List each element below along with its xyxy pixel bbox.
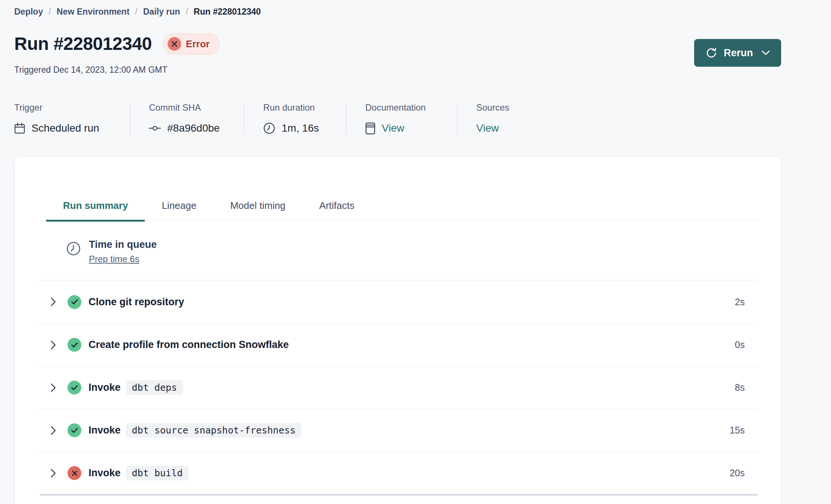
success-check-icon bbox=[68, 423, 81, 437]
meta-trigger: Trigger Scheduled run bbox=[14, 102, 130, 136]
step-name: Invoke bbox=[88, 382, 121, 393]
breadcrumb-separator: / bbox=[186, 6, 188, 17]
success-check-icon bbox=[68, 381, 81, 394]
documentation-view-link[interactable]: View bbox=[382, 121, 404, 136]
chevron-right-icon[interactable] bbox=[50, 297, 56, 307]
step-duration: 15s bbox=[730, 425, 745, 436]
breadcrumb: Deploy / New Environment / Daily run / R… bbox=[14, 6, 781, 17]
breadcrumb-separator: / bbox=[49, 6, 51, 17]
step-row-dbt-build[interactable]: Invoke dbt build 20s bbox=[40, 452, 758, 494]
step-row-source-freshness[interactable]: Invoke dbt source snapshot-freshness 15s bbox=[40, 409, 758, 452]
meta-documentation: Documentation View bbox=[346, 102, 457, 136]
step-duration: 8s bbox=[735, 382, 745, 393]
docs-icon bbox=[365, 122, 375, 135]
run-duration-value: 1m, 16s bbox=[282, 121, 319, 136]
meta-commit-sha: Commit SHA #8a96d0be bbox=[130, 102, 244, 136]
step-duration: 2s bbox=[735, 297, 745, 308]
title-row: Run #228012340 Error bbox=[14, 32, 781, 56]
tab-model-timing[interactable]: Model timing bbox=[213, 190, 302, 220]
run-detail-page: Deploy / New Environment / Daily run / R… bbox=[0, 0, 831, 504]
calendar-icon bbox=[14, 123, 25, 134]
step-name: Create profile from connection Snowflake bbox=[88, 339, 289, 351]
meta-label: Documentation bbox=[365, 102, 450, 113]
step-list: Clone git repository 2s Create profile f… bbox=[40, 280, 758, 496]
bottom-divider bbox=[40, 494, 758, 496]
error-x-icon bbox=[68, 466, 81, 480]
command-chip: dbt build bbox=[126, 466, 189, 480]
success-check-icon bbox=[68, 338, 81, 352]
step-duration: 20s bbox=[730, 468, 745, 478]
tab-artifacts[interactable]: Artifacts bbox=[302, 190, 371, 220]
breadcrumb-job[interactable]: Daily run bbox=[143, 6, 180, 17]
step-name: Invoke bbox=[88, 467, 121, 479]
meta-label: Commit SHA bbox=[149, 102, 237, 113]
chevron-right-icon[interactable] bbox=[50, 383, 56, 393]
run-summary-card: Run summary Lineage Model timing Artifac… bbox=[14, 156, 781, 504]
chevron-right-icon[interactable] bbox=[50, 340, 56, 350]
breadcrumb-separator: / bbox=[135, 6, 137, 17]
status-badge: Error bbox=[163, 33, 220, 55]
meta-sources: Sources View bbox=[457, 102, 517, 136]
chevron-right-icon[interactable] bbox=[50, 426, 56, 435]
meta-label: Sources bbox=[476, 102, 509, 113]
success-check-icon bbox=[68, 295, 81, 309]
commit-icon bbox=[149, 125, 161, 132]
meta-label: Trigger bbox=[14, 102, 122, 113]
triggered-timestamp: Triggered Dec 14, 2023, 12:00 AM GMT bbox=[14, 64, 781, 75]
step-name: Clone git repository bbox=[88, 296, 184, 308]
tab-lineage[interactable]: Lineage bbox=[145, 190, 213, 220]
tab-bar: Run summary Lineage Model timing Artifac… bbox=[40, 190, 758, 221]
error-x-icon bbox=[168, 37, 181, 51]
breadcrumb-environment[interactable]: New Environment bbox=[57, 6, 129, 17]
step-name: Invoke bbox=[88, 424, 121, 436]
status-badge-label: Error bbox=[186, 38, 210, 50]
page-title: Run #228012340 bbox=[14, 32, 152, 56]
commit-sha-value: #8a96d0be bbox=[167, 121, 220, 136]
tab-run-summary[interactable]: Run summary bbox=[46, 190, 145, 220]
breadcrumb-current-run: Run #228012340 bbox=[194, 6, 261, 17]
chevron-down-icon[interactable] bbox=[762, 50, 770, 56]
clock-icon bbox=[263, 122, 275, 134]
queue-title: Time in queue bbox=[89, 238, 157, 251]
command-chip: dbt source snapshot-freshness bbox=[126, 423, 302, 438]
run-meta-strip: Trigger Scheduled run Commit SHA #8a96d0… bbox=[14, 102, 781, 136]
rerun-button-label: Rerun bbox=[724, 47, 753, 59]
trigger-value: Scheduled run bbox=[32, 121, 99, 136]
step-duration: 0s bbox=[735, 339, 745, 350]
prep-time-link[interactable]: Prep time 6s bbox=[89, 253, 140, 265]
breadcrumb-deploy[interactable]: Deploy bbox=[14, 6, 43, 17]
meta-label: Run duration bbox=[263, 102, 339, 113]
time-in-queue-section: Time in queue Prep time 6s bbox=[40, 221, 758, 280]
command-chip: dbt deps bbox=[126, 380, 183, 395]
meta-run-duration: Run duration 1m, 16s bbox=[244, 102, 346, 136]
rerun-button[interactable]: Rerun bbox=[694, 39, 781, 67]
clock-icon bbox=[66, 241, 81, 256]
sources-view-link[interactable]: View bbox=[476, 121, 499, 136]
chevron-right-icon[interactable] bbox=[50, 468, 56, 478]
step-row-create-profile[interactable]: Create profile from connection Snowflake… bbox=[40, 323, 758, 366]
step-row-dbt-deps[interactable]: Invoke dbt deps 8s bbox=[40, 366, 758, 409]
step-row-clone-git[interactable]: Clone git repository 2s bbox=[40, 280, 758, 323]
refresh-icon bbox=[705, 47, 717, 59]
